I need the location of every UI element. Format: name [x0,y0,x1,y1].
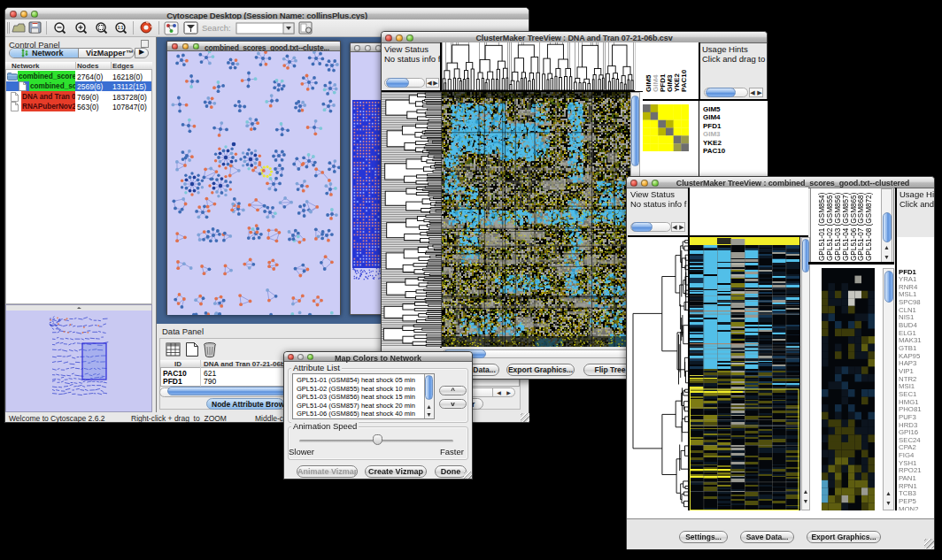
svg-text:1:1: 1:1 [118,26,124,30]
svg-text:Search:: Search: [202,23,231,33]
